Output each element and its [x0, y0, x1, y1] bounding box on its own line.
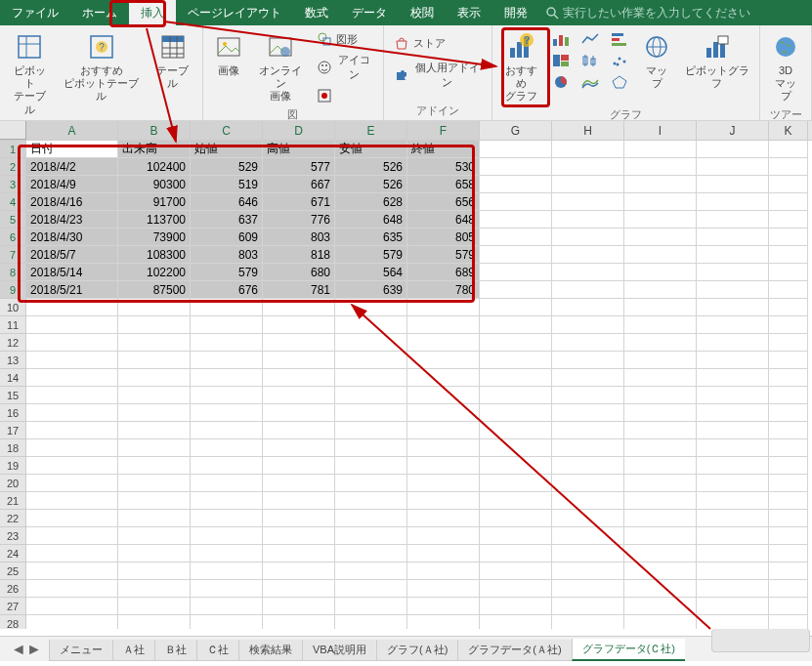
cell-J18[interactable] — [697, 439, 769, 457]
map-button[interactable]: マップ — [637, 29, 676, 92]
spreadsheet-grid[interactable]: ABCDEFGHIJK 1日付出来高始値高値安値終値22018/4/210240… — [0, 121, 812, 629]
cell-D13[interactable] — [263, 352, 335, 369]
cell-G23[interactable] — [480, 527, 552, 545]
cell-A11[interactable] — [26, 316, 118, 334]
cell-D15[interactable] — [263, 387, 335, 404]
cell-G12[interactable] — [480, 334, 552, 352]
cell-J20[interactable] — [697, 475, 769, 492]
cell-G15[interactable] — [480, 387, 552, 404]
cell-F28[interactable] — [407, 615, 480, 629]
cell-B8[interactable]: 102200 — [118, 264, 191, 281]
row-header-10[interactable]: 10 — [0, 299, 26, 316]
cell-D24[interactable] — [263, 545, 335, 562]
online-image-button[interactable]: オンライン画像 — [252, 29, 309, 105]
cell-G20[interactable] — [480, 475, 552, 492]
cell-J9[interactable] — [697, 281, 769, 299]
shapes-button[interactable]: 図形 — [313, 29, 377, 49]
cell-B27[interactable] — [118, 598, 191, 615]
cell-D10[interactable] — [263, 299, 335, 316]
cell-C11[interactable] — [191, 316, 263, 334]
cell-A20[interactable] — [26, 475, 118, 492]
cell-I28[interactable] — [624, 615, 697, 629]
cell-C6[interactable]: 609 — [191, 229, 263, 246]
cell-J1[interactable] — [697, 141, 769, 158]
sheet-tab-Ａ社[interactable]: Ａ社 — [112, 640, 155, 661]
tell-me-search[interactable]: 実行したい作業を入力してください — [539, 0, 750, 25]
cell-A23[interactable] — [26, 527, 118, 545]
cell-H16[interactable] — [552, 404, 624, 422]
cell-C2[interactable]: 529 — [191, 158, 263, 176]
cell-J25[interactable] — [697, 562, 769, 580]
col-header-K[interactable]: K — [769, 121, 808, 140]
cell-G18[interactable] — [480, 439, 552, 457]
tab-ページレイアウト[interactable]: ページレイアウト — [176, 0, 293, 25]
cell-B1[interactable]: 出来高 — [118, 141, 191, 158]
cell-C23[interactable] — [191, 527, 263, 545]
cell-G2[interactable] — [480, 158, 552, 176]
cell-A25[interactable] — [26, 562, 118, 580]
col-header-F[interactable]: F — [407, 121, 480, 140]
cell-E18[interactable] — [335, 439, 407, 457]
cell-H24[interactable] — [552, 545, 624, 562]
sheet-tab-Ｂ社[interactable]: Ｂ社 — [154, 640, 197, 661]
cell-E28[interactable] — [335, 615, 407, 629]
cell-A15[interactable] — [26, 387, 118, 404]
cell-G11[interactable] — [480, 316, 552, 334]
cell-C12[interactable] — [191, 334, 263, 352]
cell-I1[interactable] — [624, 141, 697, 158]
row-header-22[interactable]: 22 — [0, 510, 26, 527]
cell-J10[interactable] — [697, 299, 769, 316]
cell-K17[interactable] — [769, 422, 808, 439]
cell-D3[interactable]: 667 — [263, 176, 335, 193]
cell-E17[interactable] — [335, 422, 407, 439]
cell-D18[interactable] — [263, 439, 335, 457]
cell-I15[interactable] — [624, 387, 697, 404]
cell-B28[interactable] — [118, 615, 191, 629]
col-header-I[interactable]: I — [624, 121, 697, 140]
cell-B23[interactable] — [118, 527, 191, 545]
cell-B2[interactable]: 102400 — [118, 158, 191, 176]
cell-B4[interactable]: 91700 — [118, 193, 191, 211]
cell-G14[interactable] — [480, 369, 552, 387]
cell-F22[interactable] — [407, 510, 480, 527]
cell-A10[interactable] — [26, 299, 118, 316]
cell-F5[interactable]: 648 — [407, 211, 480, 229]
cell-K27[interactable] — [769, 598, 808, 615]
cell-G19[interactable] — [480, 457, 552, 475]
cell-F20[interactable] — [407, 475, 480, 492]
sheet-next-button[interactable]: ► — [27, 643, 41, 656]
row-header-4[interactable]: 4 — [0, 193, 26, 211]
cell-D2[interactable]: 577 — [263, 158, 335, 176]
cell-J19[interactable] — [697, 457, 769, 475]
select-all-corner[interactable] — [0, 121, 26, 140]
cell-I6[interactable] — [624, 229, 697, 246]
row-header-28[interactable]: 28 — [0, 615, 26, 629]
cell-K14[interactable] — [769, 369, 808, 387]
cell-C15[interactable] — [191, 387, 263, 404]
line-chart-icon[interactable] — [577, 29, 604, 49]
cell-J3[interactable] — [697, 176, 769, 193]
cell-G10[interactable] — [480, 299, 552, 316]
cell-A19[interactable] — [26, 457, 118, 475]
surface-chart-icon[interactable] — [577, 72, 604, 92]
cell-C28[interactable] — [191, 615, 263, 629]
cell-A12[interactable] — [26, 334, 118, 352]
pivot-chart-button[interactable]: ピボットグラフ — [680, 29, 753, 92]
cell-A2[interactable]: 2018/4/2 — [26, 158, 118, 176]
cell-I11[interactable] — [624, 316, 697, 334]
cell-K15[interactable] — [769, 387, 808, 404]
row-header-18[interactable]: 18 — [0, 439, 26, 457]
cell-I14[interactable] — [624, 369, 697, 387]
cell-B5[interactable]: 113700 — [118, 211, 191, 229]
cell-B14[interactable] — [118, 369, 191, 387]
cell-F27[interactable] — [407, 598, 480, 615]
cell-F12[interactable] — [407, 334, 480, 352]
tab-数式[interactable]: 数式 — [293, 0, 340, 25]
cell-K23[interactable] — [769, 527, 808, 545]
cell-D19[interactable] — [263, 457, 335, 475]
cell-F15[interactable] — [407, 387, 480, 404]
cell-I9[interactable] — [624, 281, 697, 299]
hier-chart-icon[interactable] — [547, 51, 575, 70]
cell-J22[interactable] — [697, 510, 769, 527]
cell-H27[interactable] — [552, 598, 624, 615]
